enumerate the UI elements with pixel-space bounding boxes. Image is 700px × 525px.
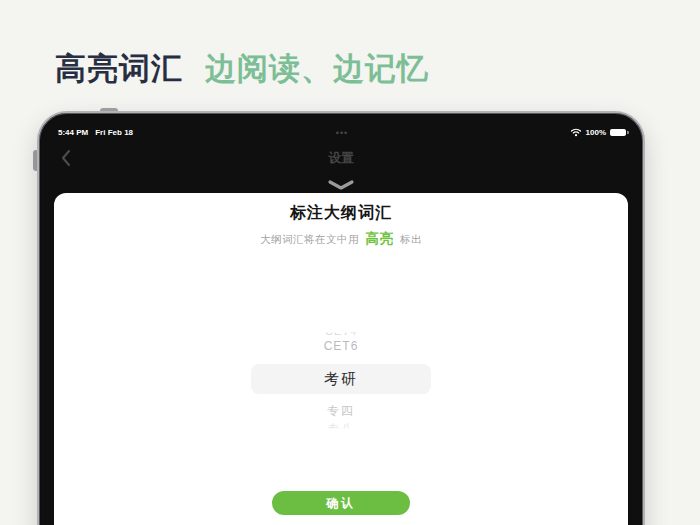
picker-option-selected[interactable]: 考研 [251, 364, 431, 394]
picker-option-zhuanba[interactable]: 专八 [54, 421, 628, 436]
headline-title: 高亮词汇 [55, 51, 183, 86]
subtitle-highlight: 高亮 [366, 231, 394, 246]
battery-percent: 100% [586, 128, 606, 137]
headline-subtitle: 边阅读、边记忆 [205, 51, 429, 86]
subtitle-suffix: 标出 [400, 233, 422, 245]
picker-option-cet4[interactable]: CET4 [54, 325, 628, 337]
chevron-down-icon[interactable] [327, 178, 355, 191]
status-bar: 5:44 PM Fri Feb 18 ••• 100% [58, 126, 626, 139]
wifi-icon [570, 127, 582, 139]
picker-option-zhuansi[interactable]: 专四 [54, 403, 628, 420]
status-ellipsis: ••• [336, 128, 348, 138]
status-time: 5:44 PM [58, 128, 88, 137]
headline: 高亮词汇边阅读、边记忆 [55, 48, 429, 90]
ipad-device-frame: 5:44 PM Fri Feb 18 ••• 100% [37, 111, 645, 525]
vocab-level-picker: CET4 CET6 考研 专四 专八 [54, 325, 628, 431]
subtitle-prefix: 大纲词汇将在文中用 [260, 233, 359, 245]
confirm-button[interactable]: 确认 [272, 491, 410, 515]
status-right: 100% [570, 127, 626, 139]
sheet-title: 标注大纲词汇 [54, 203, 628, 224]
nav-title: 设置 [41, 150, 641, 167]
device-screen: 5:44 PM Fri Feb 18 ••• 100% [41, 115, 641, 525]
nav-bar: 设置 [41, 145, 641, 171]
sheet-subtitle: 大纲词汇将在文中用 高亮 标出 [54, 230, 628, 248]
status-left: 5:44 PM Fri Feb 18 [58, 128, 133, 137]
picker-option-cet6[interactable]: CET6 [54, 339, 628, 353]
status-date: Fri Feb 18 [95, 128, 133, 137]
battery-full-icon [610, 129, 626, 136]
settings-sheet: 标注大纲词汇 大纲词汇将在文中用 高亮 标出 CET4 CET6 考研 专四 专… [54, 193, 628, 525]
